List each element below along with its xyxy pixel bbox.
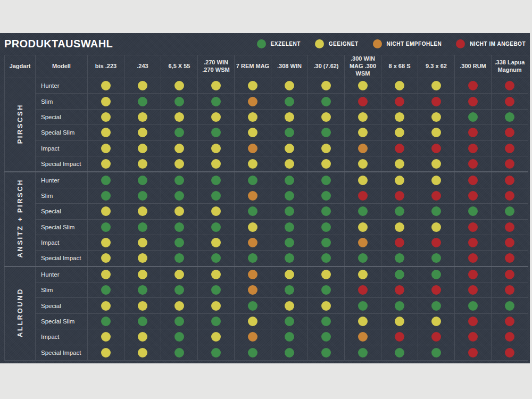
rating-cell (271, 298, 308, 313)
rating-cell (88, 125, 124, 140)
rating-cell (418, 345, 455, 360)
rating-cell (418, 282, 455, 298)
rating-cell (308, 140, 345, 156)
rating-dot-exzelent (248, 253, 257, 263)
rating-dot-exzelent (321, 222, 331, 232)
column-header-caliber-6-5-x-55: 6,5 X 55 (161, 55, 198, 78)
rating-cell (308, 219, 345, 235)
legend-label: NICHT IM ANGEBOT (470, 41, 526, 47)
rating-dot-exzelent (285, 128, 294, 137)
rating-cell (418, 313, 455, 329)
legend-label: EXZELENT (271, 41, 301, 47)
model-label: Special Slim (36, 313, 88, 329)
rating-cell (161, 188, 198, 203)
rating-cell (271, 282, 308, 298)
rating-dot-nicht-im-angebot (431, 144, 441, 153)
rating-dot-geeignet (248, 317, 257, 326)
column-header-caliber-300-win-mag-300-wsm: .300 WIN MAG .300 WSM (345, 55, 381, 78)
column-header-caliber-270-win-270-wsm: .270 WIN .270 WSM (198, 55, 235, 78)
rating-dot-nicht-empfohlen (248, 238, 257, 247)
rating-cell (235, 204, 271, 219)
rating-cell (455, 188, 492, 203)
rating-dot-geeignet (138, 332, 147, 342)
rating-dot-geeignet (431, 81, 441, 90)
rating-dot-nicht-im-angebot (431, 332, 441, 342)
column-header-caliber-308-win: .308 WIN (271, 55, 308, 78)
rating-cell (161, 282, 198, 298)
rating-dot-nicht-empfohlen (248, 332, 257, 342)
rating-dot-geeignet (138, 81, 147, 90)
rating-dot-exzelent (211, 222, 221, 232)
rating-dot-exzelent (358, 253, 368, 263)
rating-cell (88, 94, 124, 109)
rating-dot-nicht-im-angebot (395, 285, 404, 295)
rating-cell (235, 267, 271, 282)
table-row: ANSITZ + PIRSCHHunter (5, 172, 528, 188)
rating-dot-nicht-im-angebot (468, 176, 478, 185)
rating-cell (455, 172, 492, 188)
rating-cell (492, 109, 528, 124)
model-label: Special (36, 298, 88, 313)
rating-dot-nicht-im-angebot (505, 285, 514, 295)
rating-cell (198, 140, 235, 156)
rating-dot-exzelent (138, 176, 147, 185)
rating-dot-nicht-im-angebot (505, 128, 514, 137)
rating-dot-geeignet (431, 176, 441, 185)
rating-cell (455, 94, 492, 109)
rating-cell (455, 282, 492, 298)
rating-dot-exzelent (211, 317, 221, 326)
rating-cell (308, 188, 345, 203)
table-row: Special Slim (5, 219, 528, 235)
rating-cell (198, 172, 235, 188)
rating-cell (381, 235, 418, 250)
rating-dot-exzelent (395, 206, 404, 216)
model-label: Special Slim (36, 219, 88, 235)
rating-dot-nicht-empfohlen (248, 285, 257, 295)
rating-cell (308, 156, 345, 172)
rating-dot-exzelent (505, 206, 514, 216)
rating-cell (198, 204, 235, 219)
rating-dot-exzelent (138, 191, 147, 201)
rating-cell (381, 345, 418, 360)
rating-cell (161, 267, 198, 282)
rating-dot-exzelent (101, 191, 111, 201)
rating-dot-geeignet (358, 128, 368, 137)
legend-label: GEEIGNET (329, 41, 359, 47)
rating-dot-nicht-im-angebot (395, 238, 404, 247)
rating-dot-nicht-empfohlen (248, 97, 257, 106)
rating-cell (88, 109, 124, 124)
rating-dot-nicht-empfohlen (358, 332, 368, 342)
rating-dot-geeignet (211, 332, 221, 342)
rating-dot-geeignet (395, 222, 404, 232)
rating-dot-nicht-im-angebot (358, 191, 368, 201)
column-header-caliber-bis-223: bis .223 (88, 55, 124, 78)
rating-cell (88, 140, 124, 156)
rating-cell (88, 204, 124, 219)
rating-dot-nicht-im-angebot (505, 332, 514, 342)
rating-dot-geeignet (358, 81, 368, 90)
rating-dot-nicht-im-angebot (505, 81, 514, 90)
rating-dot-nicht-im-angebot (468, 128, 478, 137)
rating-cell (161, 251, 198, 267)
rating-dot-nicht-im-angebot (468, 253, 478, 263)
compatibility-table: JagdartModellbis .223.2436,5 X 55.270 WI… (4, 55, 528, 361)
column-header-caliber-243: .243 (124, 55, 161, 78)
rating-dot-geeignet (174, 159, 184, 169)
rating-cell (418, 219, 455, 235)
rating-cell (271, 156, 308, 172)
rating-dot-exzelent (468, 112, 478, 122)
rating-dot-nicht-im-angebot (395, 97, 404, 106)
rating-dot-exzelent (505, 301, 514, 311)
rating-cell (418, 235, 455, 250)
rating-cell (235, 156, 271, 172)
rating-cell (161, 219, 198, 235)
rating-dot-exzelent (211, 285, 221, 295)
rating-dot-exzelent (395, 348, 404, 358)
rating-dot-nicht-im-angebot (505, 238, 514, 247)
page-title: PRODUKTAUSWAHL (4, 38, 113, 50)
rating-dot-geeignet (138, 270, 147, 279)
rating-cell (235, 235, 271, 250)
rating-cell (271, 140, 308, 156)
rating-dot-exzelent (211, 176, 221, 185)
column-header-caliber-338-lapua-magnum: .338 Lapua Magnum (492, 55, 528, 78)
